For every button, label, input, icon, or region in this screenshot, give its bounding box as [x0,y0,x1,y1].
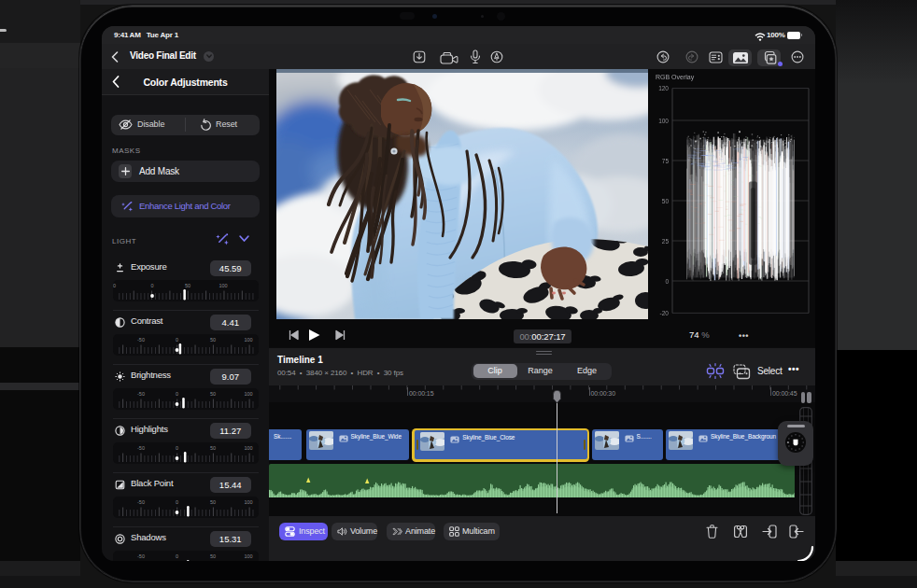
svg-text:50: 50 [662,198,670,204]
svg-text:25: 25 [662,238,670,245]
svg-text:RGB Overlay: RGB Overlay [656,74,695,81]
svg-text:100: 100 [658,118,669,124]
svg-text:0: 0 [665,278,669,285]
svg-text:120: 120 [658,85,669,91]
svg-text:-20: -20 [660,310,670,316]
svg-text:75: 75 [662,158,670,164]
